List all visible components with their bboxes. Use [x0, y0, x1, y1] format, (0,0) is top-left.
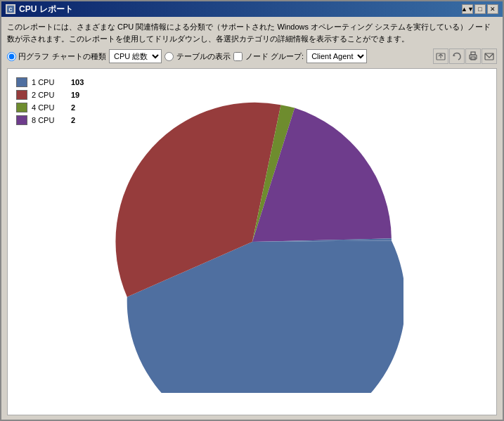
legend-label: 2 CPU [32, 91, 67, 99]
legend-item: 4 CPU2 [16, 103, 84, 112]
legend-item: 8 CPU2 [16, 115, 84, 125]
node-group-label: ノード グループ: [245, 51, 304, 62]
refresh-icon[interactable] [449, 48, 465, 64]
legend-color-box [16, 77, 27, 87]
legend-count: 2 [71, 116, 75, 124]
toolbar: 円グラフ チャートの種類 CPU 総数 テーブルの表示 ノード グループ: Cl… [7, 48, 497, 64]
content-area: このレポートには、さまざまな CPU 関連情報による分類で（サポートされた Wi… [1, 17, 503, 420]
maximize-button[interactable]: □ [474, 4, 486, 14]
legend-label: 1 CPU [32, 78, 67, 86]
legend-count: 19 [71, 91, 79, 99]
legend-label: 8 CPU [32, 116, 67, 124]
minimize-button[interactable]: ▲▼ [462, 4, 473, 14]
pie-container [13, 75, 491, 409]
print-icon[interactable] [465, 48, 481, 64]
toolbar-icons [433, 48, 497, 64]
title-bar: C CPU レポート ▲▼ □ ✕ [1, 1, 503, 17]
legend-color-box [16, 115, 27, 125]
email-icon[interactable] [482, 48, 497, 64]
chart-type-label: チャートの種類 [52, 51, 106, 62]
legend-item: 2 CPU19 [16, 90, 84, 100]
legend-item: 1 CPU103 [16, 77, 84, 87]
export-icon[interactable] [433, 48, 448, 64]
legend-label: 4 CPU [32, 103, 67, 112]
window-icon: C [6, 4, 15, 14]
svg-rect-5 [471, 52, 475, 55]
chart-type-select[interactable]: CPU 総数 [109, 49, 162, 63]
table-view-radio[interactable] [164, 52, 174, 61]
main-window: C CPU レポート ▲▼ □ ✕ このレポートには、さまざまな CPU 関連情… [0, 0, 504, 421]
legend-color-box [16, 90, 27, 100]
close-button[interactable]: ✕ [487, 4, 498, 14]
pie-graph-radio[interactable] [7, 52, 16, 61]
node-group-select[interactable]: Client Agent [306, 49, 367, 63]
description-text: このレポートには、さまざまな CPU 関連情報による分類で（サポートされた Wi… [7, 21, 497, 44]
pie-chart-svg [101, 91, 403, 393]
title-controls: ▲▼ □ ✕ [462, 4, 498, 14]
pie-graph-radio-group: 円グラフ [7, 51, 49, 62]
legend-count: 103 [71, 78, 84, 86]
table-view-label: テーブルの表示 [176, 51, 231, 62]
chart-legend: 1 CPU1032 CPU194 CPU28 CPU2 [16, 77, 84, 125]
title-bar-left: C CPU レポート [6, 4, 73, 15]
legend-count: 2 [71, 103, 75, 112]
window-title: CPU レポート [19, 4, 73, 15]
pie-graph-label: 円グラフ [18, 51, 49, 62]
chart-area: 1 CPU1032 CPU194 CPU28 CPU2 [7, 68, 497, 415]
legend-color-box [16, 103, 27, 112]
svg-text:C: C [8, 7, 12, 12]
svg-rect-6 [471, 57, 475, 60]
table-view-checkbox[interactable] [233, 52, 243, 61]
